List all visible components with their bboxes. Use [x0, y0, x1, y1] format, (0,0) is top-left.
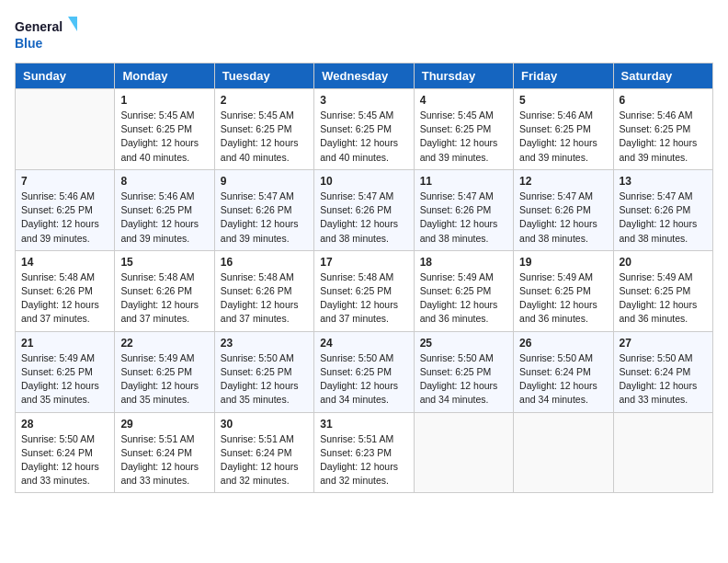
daylight-text: Daylight: 12 hours [320, 379, 407, 393]
calendar-week-3: 14 Sunrise: 5:48 AM Sunset: 6:26 PM Dayl… [16, 250, 713, 331]
calendar-week-4: 21 Sunrise: 5:49 AM Sunset: 6:25 PM Dayl… [16, 331, 713, 412]
daylight-text2: and 39 minutes. [221, 232, 308, 246]
calendar-cell: 17 Sunrise: 5:48 AM Sunset: 6:25 PM Dayl… [314, 250, 414, 331]
day-number: 18 [420, 256, 507, 269]
day-number: 13 [620, 175, 707, 188]
day-number: 4 [420, 94, 507, 107]
logo-svg: General Blue [15, 15, 79, 55]
sunrise-text: Sunrise: 5:51 AM [320, 432, 407, 446]
daylight-text: Daylight: 12 hours [620, 217, 707, 231]
daylight-text2: and 35 minutes. [21, 393, 108, 407]
sunrise-text: Sunrise: 5:47 AM [620, 190, 707, 203]
day-number: 16 [221, 256, 308, 269]
calendar-cell: 4 Sunrise: 5:45 AM Sunset: 6:25 PM Dayli… [414, 89, 513, 170]
calendar-cell: 7 Sunrise: 5:46 AM Sunset: 6:25 PM Dayli… [16, 169, 115, 250]
daylight-text: Daylight: 12 hours [320, 298, 407, 312]
daylight-text: Daylight: 12 hours [120, 298, 208, 312]
day-number: 8 [120, 175, 208, 188]
sunrise-text: Sunrise: 5:50 AM [519, 351, 607, 365]
sunset-text: Sunset: 6:25 PM [120, 203, 208, 217]
daylight-text2: and 33 minutes. [120, 474, 208, 488]
sunset-text: Sunset: 6:25 PM [519, 122, 607, 136]
sunrise-text: Sunrise: 5:50 AM [21, 432, 108, 446]
day-number: 29 [120, 418, 208, 431]
sunrise-text: Sunrise: 5:45 AM [120, 109, 208, 122]
sunrise-text: Sunrise: 5:45 AM [221, 109, 308, 122]
daylight-text2: and 37 minutes. [120, 312, 208, 326]
sunset-text: Sunset: 6:25 PM [221, 365, 308, 379]
day-number: 6 [620, 94, 707, 107]
daylight-text2: and 32 minutes. [320, 474, 407, 488]
sunset-text: Sunset: 6:25 PM [21, 203, 108, 217]
calendar-cell: 10 Sunrise: 5:47 AM Sunset: 6:26 PM Dayl… [314, 169, 414, 250]
sunrise-text: Sunrise: 5:51 AM [221, 432, 308, 446]
sunrise-text: Sunrise: 5:51 AM [120, 432, 208, 446]
daylight-text2: and 39 minutes. [420, 151, 507, 165]
daylight-text2: and 39 minutes. [620, 151, 707, 165]
sunset-text: Sunset: 6:23 PM [320, 446, 407, 460]
day-number: 27 [620, 337, 707, 350]
sunset-text: Sunset: 6:25 PM [120, 122, 208, 136]
daylight-text2: and 39 minutes. [21, 232, 108, 246]
day-number: 17 [320, 256, 407, 269]
calendar-cell: 6 Sunrise: 5:46 AM Sunset: 6:25 PM Dayli… [613, 89, 712, 170]
daylight-text2: and 35 minutes. [221, 393, 308, 407]
weekday-header-sunday: Sunday [16, 63, 115, 89]
sunrise-text: Sunrise: 5:45 AM [320, 109, 407, 122]
daylight-text2: and 38 minutes. [320, 232, 407, 246]
calendar-cell: 12 Sunrise: 5:47 AM Sunset: 6:26 PM Dayl… [514, 169, 613, 250]
daylight-text2: and 38 minutes. [420, 232, 507, 246]
page-header: General Blue [15, 15, 713, 55]
sunrise-text: Sunrise: 5:49 AM [120, 351, 208, 365]
calendar-cell: 25 Sunrise: 5:50 AM Sunset: 6:25 PM Dayl… [414, 331, 513, 412]
sunset-text: Sunset: 6:25 PM [320, 365, 407, 379]
calendar-week-2: 7 Sunrise: 5:46 AM Sunset: 6:25 PM Dayli… [16, 169, 713, 250]
calendar-cell: 18 Sunrise: 5:49 AM Sunset: 6:25 PM Dayl… [414, 250, 513, 331]
daylight-text2: and 39 minutes. [120, 232, 208, 246]
calendar-cell: 9 Sunrise: 5:47 AM Sunset: 6:26 PM Dayli… [214, 169, 313, 250]
daylight-text: Daylight: 12 hours [21, 298, 108, 312]
sunset-text: Sunset: 6:25 PM [519, 284, 607, 298]
sunrise-text: Sunrise: 5:47 AM [320, 190, 407, 203]
daylight-text: Daylight: 12 hours [420, 217, 507, 231]
daylight-text2: and 33 minutes. [21, 474, 108, 488]
daylight-text: Daylight: 12 hours [120, 460, 208, 474]
sunset-text: Sunset: 6:25 PM [420, 365, 507, 379]
sunrise-text: Sunrise: 5:46 AM [120, 190, 208, 203]
sunrise-text: Sunrise: 5:46 AM [21, 190, 108, 203]
daylight-text: Daylight: 12 hours [221, 217, 308, 231]
sunrise-text: Sunrise: 5:46 AM [620, 109, 707, 122]
daylight-text: Daylight: 12 hours [620, 298, 707, 312]
calendar-cell: 1 Sunrise: 5:45 AM Sunset: 6:25 PM Dayli… [115, 89, 214, 170]
daylight-text: Daylight: 12 hours [620, 379, 707, 393]
sunset-text: Sunset: 6:26 PM [221, 203, 308, 217]
calendar-cell: 13 Sunrise: 5:47 AM Sunset: 6:26 PM Dayl… [613, 169, 712, 250]
calendar-cell: 14 Sunrise: 5:48 AM Sunset: 6:26 PM Dayl… [16, 250, 115, 331]
calendar-cell: 16 Sunrise: 5:48 AM Sunset: 6:26 PM Dayl… [214, 250, 313, 331]
sunrise-text: Sunrise: 5:49 AM [21, 351, 108, 365]
sunset-text: Sunset: 6:26 PM [120, 284, 208, 298]
calendar-cell [613, 412, 712, 493]
daylight-text2: and 40 minutes. [320, 151, 407, 165]
calendar-cell: 23 Sunrise: 5:50 AM Sunset: 6:25 PM Dayl… [214, 331, 313, 412]
day-number: 3 [320, 94, 407, 107]
day-number: 9 [221, 175, 308, 188]
day-number: 30 [221, 418, 308, 431]
svg-text:General: General [15, 19, 63, 34]
daylight-text: Daylight: 12 hours [320, 217, 407, 231]
daylight-text: Daylight: 12 hours [120, 379, 208, 393]
sunrise-text: Sunrise: 5:49 AM [420, 270, 507, 284]
daylight-text: Daylight: 12 hours [620, 136, 707, 150]
daylight-text2: and 36 minutes. [519, 312, 607, 326]
day-number: 21 [21, 337, 108, 350]
calendar-cell: 11 Sunrise: 5:47 AM Sunset: 6:26 PM Dayl… [414, 169, 513, 250]
sunset-text: Sunset: 6:25 PM [320, 122, 407, 136]
daylight-text2: and 38 minutes. [620, 232, 707, 246]
sunrise-text: Sunrise: 5:48 AM [21, 270, 108, 284]
weekday-header-wednesday: Wednesday [314, 63, 414, 89]
daylight-text: Daylight: 12 hours [320, 136, 407, 150]
daylight-text2: and 36 minutes. [420, 312, 507, 326]
calendar-cell: 8 Sunrise: 5:46 AM Sunset: 6:25 PM Dayli… [115, 169, 214, 250]
sunset-text: Sunset: 6:25 PM [620, 122, 707, 136]
calendar-cell: 30 Sunrise: 5:51 AM Sunset: 6:24 PM Dayl… [214, 412, 313, 493]
